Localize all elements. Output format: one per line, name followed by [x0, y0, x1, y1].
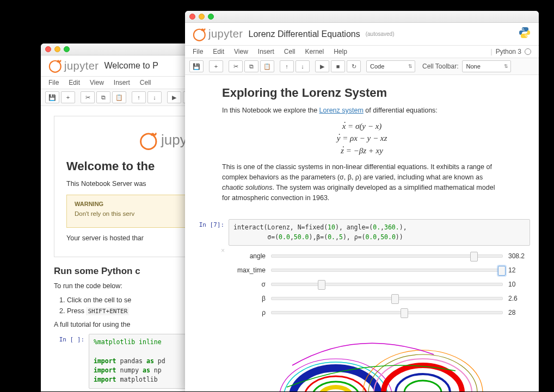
kernel-name[interactable]: Python 3 — [496, 48, 521, 55]
slider-label: β — [229, 295, 266, 302]
menu-edit[interactable]: Edit — [69, 79, 80, 86]
menu-kernel[interactable]: Kernel — [305, 48, 324, 55]
move-down-button[interactable]: ↓ — [296, 60, 310, 72]
slider-value: 12 — [508, 266, 530, 274]
close-widget-icon[interactable]: × — [221, 247, 225, 254]
minimize-icon[interactable] — [54, 46, 60, 52]
add-cell-button[interactable]: + — [209, 60, 223, 72]
svg-point-8 — [396, 374, 450, 391]
titlebar[interactable] — [185, 11, 539, 23]
move-down-button[interactable]: ↓ — [147, 91, 162, 103]
close-icon[interactable] — [45, 46, 51, 52]
notebook-content: Exploring the Lorenz System In this Note… — [185, 75, 539, 391]
menu-view[interactable]: View — [90, 79, 104, 86]
cell-toolbar-select[interactable]: None — [462, 60, 511, 72]
slider-track[interactable] — [271, 297, 503, 300]
paste-button[interactable]: 📋 — [260, 60, 274, 72]
logo-icon: ◯̃ — [193, 27, 206, 41]
logo-text: jupyter — [64, 60, 99, 72]
svg-point-9 — [404, 381, 441, 391]
slider-label: σ — [229, 281, 266, 288]
slider-label: angle — [229, 252, 266, 260]
paste-button[interactable]: 📋 — [112, 91, 126, 103]
logo-icon: ◯̃ — [48, 59, 62, 73]
lorenz-link[interactable]: Lorenz system — [319, 107, 364, 114]
slider-thumb[interactable] — [318, 280, 325, 290]
zoom-icon[interactable] — [208, 14, 214, 20]
slider-max_time: max_time12 — [229, 263, 530, 277]
move-up-button[interactable]: ↑ — [280, 60, 294, 72]
move-up-button[interactable]: ↑ — [132, 91, 146, 103]
slider-value: 2.6 — [508, 295, 530, 302]
foreground-window: ◯̃ jupyter Lorenz Differential Equations… — [185, 11, 539, 391]
slider-thumb[interactable] — [470, 252, 478, 262]
toolbar: 💾 + ✂ ⧉ 📋 ↑ ↓ ▶ ■ ↻ Code Cell Toolbar: N… — [185, 58, 539, 75]
cut-button[interactable]: ✂ — [81, 91, 95, 103]
slider-β: β2.6 — [229, 291, 530, 306]
slider-track[interactable] — [271, 269, 503, 272]
python-logo-icon — [518, 26, 531, 42]
restart-button[interactable]: ↻ — [347, 60, 361, 72]
svg-point-3 — [319, 387, 352, 391]
page-title: Exploring the Lorenz System — [222, 86, 502, 100]
menubar: File Edit View Insert Cell Kernel Help |… — [185, 46, 539, 58]
kernel-indicator: | Python 3 — [491, 48, 532, 55]
zoom-icon[interactable] — [64, 46, 70, 52]
slider-σ: σ10 — [229, 277, 530, 291]
menu-insert[interactable]: Insert — [114, 79, 130, 86]
slider-thumb[interactable] — [498, 266, 506, 276]
save-button[interactable]: 💾 — [45, 91, 59, 103]
slider-track[interactable] — [271, 254, 503, 258]
menu-insert[interactable]: Insert — [258, 48, 274, 55]
traffic-lights — [45, 46, 70, 52]
slider-label: ρ — [229, 309, 266, 316]
logo-icon: ◯̃ — [139, 130, 158, 150]
logo-text: jupyter — [208, 28, 243, 40]
menu-cell[interactable]: Cell — [140, 79, 151, 86]
kernel-status-icon — [525, 48, 531, 55]
close-icon[interactable] — [189, 14, 195, 20]
cell-type-select[interactable]: Code — [366, 60, 415, 72]
input-prompt: In [7]: — [194, 219, 229, 391]
stop-button[interactable]: ■ — [331, 60, 345, 72]
slider-thumb[interactable] — [401, 308, 408, 318]
cut-button[interactable]: ✂ — [229, 60, 243, 72]
widget-output: × angle308.2max_time12σ10β2.6ρ28 — [229, 246, 530, 323]
copy-button[interactable]: ⧉ — [96, 91, 110, 103]
menu-view[interactable]: View — [234, 48, 248, 55]
notebook-title[interactable]: Welcome to P — [104, 61, 158, 71]
lorenz-plot — [229, 333, 530, 391]
slider-angle: angle308.2 — [229, 249, 530, 263]
menu-file[interactable]: File — [193, 48, 203, 55]
slider-ρ: ρ28 — [229, 306, 530, 320]
autosave-status: (autosaved) — [366, 31, 395, 37]
menu-file[interactable]: File — [48, 79, 59, 86]
slider-thumb[interactable] — [391, 294, 399, 304]
slider-value: 10 — [508, 281, 530, 288]
jupyter-logo: ◯̃ jupyter — [48, 59, 99, 73]
slider-track[interactable] — [271, 311, 503, 314]
add-cell-button[interactable]: + — [61, 91, 75, 103]
notebook-title[interactable]: Lorenz Differential Equations — [249, 29, 360, 39]
slider-label: max_time — [229, 266, 266, 274]
slider-track[interactable] — [271, 283, 503, 286]
run-button[interactable]: ▶ — [167, 91, 181, 103]
description-text: This is one of the classic systems in no… — [222, 162, 502, 203]
equations: x = σ(y − x) y = ρx − y − xz z = −βz + x… — [222, 120, 502, 157]
save-button[interactable]: 💾 — [189, 60, 204, 72]
menu-cell[interactable]: Cell — [284, 48, 296, 55]
intro-text: In this Notebook we explore the Lorenz s… — [222, 105, 502, 116]
jupyter-logo: ◯̃ jupyter — [193, 27, 243, 41]
minimize-icon[interactable] — [199, 14, 205, 20]
menu-help[interactable]: Help — [334, 48, 347, 55]
run-button[interactable]: ▶ — [315, 60, 329, 72]
notebook-header: ◯̃ jupyter Lorenz Differential Equations… — [185, 23, 539, 46]
code-input[interactable]: interact(Lorenz, N=fixed(10), angle=(0.,… — [229, 219, 530, 246]
cell-toolbar-label: Cell Toolbar: — [422, 63, 458, 70]
slider-value: 28 — [508, 309, 530, 316]
shortcut-key: SHIFT+ENTER — [86, 307, 129, 315]
code-cell[interactable]: In [7]: interact(Lorenz, N=fixed(10), an… — [194, 219, 530, 391]
copy-button[interactable]: ⧉ — [244, 60, 258, 72]
input-prompt: In [ ]: — [54, 334, 89, 388]
menu-edit[interactable]: Edit — [213, 48, 224, 55]
